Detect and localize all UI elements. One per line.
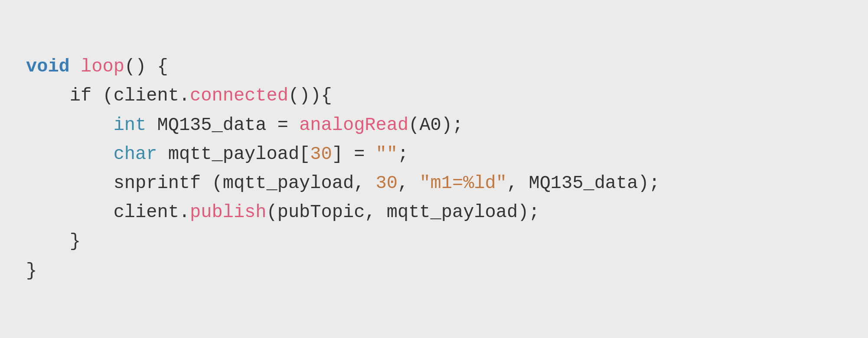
code-line: if (client.connected()){	[26, 81, 842, 110]
code-line: void loop() {	[26, 52, 842, 81]
code-line: client.publish(pubTopic, mqtt_payload);	[26, 198, 842, 227]
code-line: int MQ135_data = analogRead(A0);	[26, 111, 842, 140]
code-line: }	[26, 257, 842, 286]
code-line: char mqtt_payload[30] = "";	[26, 140, 842, 169]
code-line: snprintf (mqtt_payload, 30, "m1=%ld", MQ…	[26, 169, 842, 198]
code-block: void loop() { if (client.connected()){ i…	[0, 0, 868, 338]
code-line: }	[26, 227, 842, 256]
